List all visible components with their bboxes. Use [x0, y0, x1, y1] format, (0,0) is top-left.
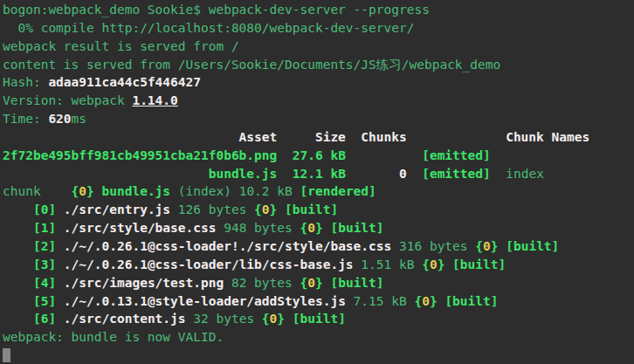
text-segment: {: [300, 221, 308, 235]
terminal-line: Version: webpack 1.14.0: [3, 92, 634, 110]
asset-name: 2f72be495bff981cb49951cba21f0b6b.png: [3, 148, 277, 162]
terminal-line: webpack: bundle is now VALID.: [3, 328, 634, 347]
chunk-name: index: [506, 167, 544, 181]
text-segment: (index) 10.2 kB: [170, 184, 300, 198]
text-segment: [56, 221, 64, 235]
text-segment: [56, 239, 64, 253]
module-id: [1]: [33, 221, 56, 235]
text-segment: {: [422, 258, 430, 271]
text-segment: [56, 203, 64, 216]
text-segment: }: [430, 294, 438, 308]
terminal-line: [6] ./src/content.js 32 bytes {0} [built…: [3, 310, 634, 328]
chunk-file: bundle.js: [102, 184, 171, 198]
text-segment: }: [86, 184, 94, 198]
text-segment: [277, 167, 292, 181]
webpack-version: 1.14.0: [132, 93, 177, 107]
terminal-line: bundle.js 12.1 kB 0 [emitted] index: [3, 165, 634, 183]
asset-table-header: Asset Size Chunks Chunk Names: [3, 130, 589, 144]
built-tag: [built]: [444, 294, 498, 308]
text-segment: {: [414, 294, 422, 308]
text-segment: }: [270, 203, 278, 216]
module-path: ./~/.0.26.1@css-loader!./src/style/base.…: [64, 239, 391, 253]
text-segment: chunk: [3, 184, 72, 198]
module-id: [3]: [33, 258, 56, 271]
text-segment: [3, 167, 209, 181]
asset-size: 12.1 kB: [293, 167, 346, 181]
terminal-line: [3] ./~/.0.26.1@css-loader/lib/css-base.…: [3, 256, 634, 274]
text-segment: [94, 184, 102, 198]
terminal-line: bogon:webpack_demo Sookie$ webpack-dev-s…: [3, 1, 634, 19]
text-segment: [346, 167, 399, 181]
text-segment: 948 bytes: [216, 221, 300, 235]
text-segment: [56, 294, 64, 308]
text-segment: [3, 239, 33, 253]
terminal-line: [0] ./src/entry.js 126 bytes {0} [built]: [3, 201, 634, 219]
text-segment: 7.15 kB: [346, 294, 415, 308]
text-segment: 316 bytes: [391, 239, 475, 253]
text-segment: [491, 167, 506, 181]
text-segment: 0: [307, 221, 315, 235]
text-segment: [444, 258, 452, 271]
module-id: [4]: [33, 276, 56, 290]
text-segment: [277, 148, 292, 162]
text-segment: 126 bytes: [170, 203, 254, 216]
rendered-tag: [rendered]: [300, 184, 376, 198]
bundle-status: webpack: bundle is now VALID.: [3, 330, 224, 344]
compile-progress: 0% compile http://localhost:8080/webpack…: [3, 21, 414, 35]
text-segment: [346, 148, 422, 162]
terminal-line: [4] ./src/images/test.png 82 bytes {0} […: [3, 274, 634, 292]
text-segment: 82 bytes: [224, 276, 300, 290]
text-segment: [3, 276, 33, 290]
cursor-block: [3, 348, 10, 362]
text-segment: {: [254, 203, 262, 216]
text-segment: }: [315, 221, 323, 235]
terminal-line: webpack result is served from /: [3, 38, 634, 56]
text-segment: 0: [483, 239, 491, 253]
asset-name: bundle.js: [209, 167, 278, 181]
emitted-tag: [emitted]: [422, 167, 491, 181]
text-segment: 1.51 kB: [354, 258, 423, 271]
text-segment: 32 bytes: [186, 312, 262, 326]
terminal-line: [5] ./~/.0.13.1@style-loader/addStyles.j…: [3, 292, 634, 311]
text-segment: ms: [72, 112, 86, 126]
shell-prompt-command: bogon:webpack_demo Sookie$ webpack-dev-s…: [3, 3, 430, 17]
text-segment: [285, 312, 293, 326]
module-id: [0]: [33, 203, 56, 216]
module-path: ./src/content.js: [64, 312, 186, 326]
text-segment: content is served from /Users/Sookie/Doc…: [3, 58, 500, 72]
terminal-line: 2f72be495bff981cb49951cba21f0b6b.png 27.…: [3, 147, 634, 165]
text-segment: [3, 312, 33, 326]
hash-value: adaa911ca44c5f446427: [48, 75, 201, 89]
text-segment: }: [277, 312, 285, 326]
built-tag: [built]: [330, 276, 383, 290]
text-segment: Hash:: [3, 75, 48, 89]
text-segment: }: [315, 276, 323, 290]
text-segment: {: [300, 276, 308, 290]
module-path: ./src/images/test.png: [64, 276, 224, 290]
text-segment: 0: [430, 258, 438, 271]
terminal-output[interactable]: bogon:webpack_demo Sookie$ webpack-dev-s…: [0, 0, 634, 364]
built-tag: [built]: [293, 312, 346, 326]
text-segment: {: [72, 184, 79, 198]
module-id: [6]: [33, 312, 56, 326]
module-path: ./src/entry.js: [64, 203, 170, 216]
terminal-line: Time: 620ms: [3, 110, 634, 128]
module-id: [2]: [33, 239, 56, 253]
text-segment: Time:: [3, 112, 48, 126]
text-segment: [498, 239, 506, 253]
build-time: 620: [48, 112, 71, 126]
built-tag: [built]: [506, 239, 559, 253]
terminal-line: [1] ./src/style/base.css 948 bytes {0} […: [3, 219, 634, 237]
text-segment: {: [262, 312, 270, 326]
module-path: ./~/.0.13.1@style-loader/addStyles.js: [64, 294, 346, 308]
chunk-id: 0: [79, 184, 86, 198]
text-segment: {: [475, 239, 483, 253]
text-segment: [56, 312, 64, 326]
module-path: ./~/.0.26.1@css-loader/lib/css-base.js: [64, 258, 354, 271]
built-tag: [built]: [330, 221, 383, 235]
chunk-id: 0: [399, 167, 407, 181]
text-segment: [3, 294, 33, 308]
built-tag: [built]: [285, 203, 338, 216]
terminal-line: [2] ./~/.0.26.1@css-loader!./src/style/b…: [3, 237, 634, 256]
text-segment: [407, 167, 422, 181]
